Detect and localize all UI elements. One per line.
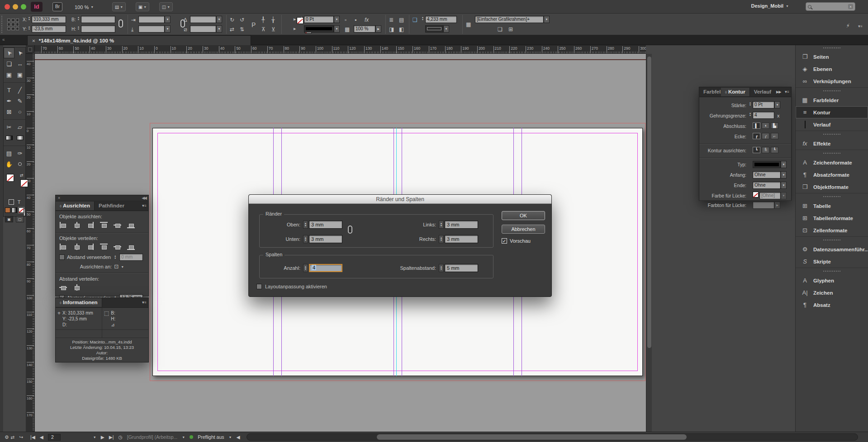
pencil-tool[interactable]: ✎: [14, 95, 25, 106]
dashed-effects-icon[interactable]: ▫: [345, 17, 346, 23]
dock-group-divider[interactable]: [796, 193, 868, 200]
horizontal-scrollbar-thumb[interactable]: [377, 434, 687, 440]
wrap-bounding-icon[interactable]: ▤: [399, 17, 404, 23]
scissors-tool[interactable]: ✂: [4, 122, 14, 132]
align-c-icon[interactable]: [73, 222, 81, 228]
stroke-weight-field[interactable]: 0 Pt: [304, 16, 334, 23]
rotate-ccw-icon[interactable]: ↺: [240, 17, 244, 23]
align-m-icon[interactable]: [114, 222, 121, 228]
link-margins-icon[interactable]: [348, 226, 352, 234]
note-tool[interactable]: ▤: [4, 148, 14, 159]
align-r-icon[interactable]: [86, 244, 94, 250]
align-t-icon[interactable]: [100, 244, 108, 250]
direct-selection-tool[interactable]: ➤: [14, 47, 25, 58]
align-l-icon[interactable]: [59, 244, 67, 250]
swap-fill-st roke-icon[interactable]: ⇄: [20, 173, 24, 178]
formatting-container-icon[interactable]: [9, 199, 14, 205]
x-field[interactable]: 310,333 mm: [32, 16, 66, 23]
next-page-icon[interactable]: ▶: [101, 434, 104, 440]
view-options-button[interactable]: ▤▼: [112, 2, 126, 11]
frame-tool[interactable]: ⊠: [4, 106, 14, 117]
align-stroke-outside-icon[interactable]: ┖: [771, 147, 778, 153]
abstand-field[interactable]: 0 mm: [119, 254, 143, 261]
dock-item-skripte[interactable]: SSkripte: [796, 255, 868, 268]
dock-item-seiten[interactable]: ❐Seiten: [796, 51, 868, 63]
selection-tool[interactable]: ➤: [4, 47, 14, 58]
wrap-none-icon[interactable]: ≣: [389, 17, 394, 23]
constrain-proportions-icon[interactable]: [119, 19, 123, 28]
apply-gradient-icon[interactable]: [12, 207, 17, 213]
dock-item-zeichenformate[interactable]: AZeichenformate: [796, 156, 868, 169]
export-icon[interactable]: ↪: [19, 434, 23, 440]
unten-field[interactable]: 3 mm: [309, 235, 342, 243]
gap-tool[interactable]: ↔: [14, 58, 25, 69]
shear-angle-field[interactable]: [190, 25, 216, 33]
transparency-icon[interactable]: ▩: [345, 26, 350, 33]
fill-flyout-icon[interactable]: ▶: [294, 27, 296, 31]
flip-horizontal-icon[interactable]: ⇄: [230, 26, 234, 33]
object-effects-icon[interactable]: ▪: [355, 17, 356, 23]
fx-icon[interactable]: fx: [365, 17, 369, 23]
page-setup-icon[interactable]: ⚙: [5, 434, 9, 440]
dock-item-verlauf[interactable]: Verlauf: [796, 118, 868, 131]
style-clear-icon[interactable]: ⊞: [508, 26, 513, 33]
zoom-level-dropdown[interactable]: 100 %▼: [75, 3, 94, 11]
close-panel-icon[interactable]: ×: [58, 196, 60, 200]
dock-item-ebenen[interactable]: ◈Ebenen: [796, 63, 868, 75]
ellipse-tool[interactable]: ○: [14, 106, 25, 117]
align-c-icon[interactable]: [73, 244, 81, 250]
stroke-weight-field[interactable]: 0 Pt: [753, 101, 774, 108]
align-m-icon[interactable]: [114, 244, 121, 250]
align-to-icon[interactable]: ⊡: [114, 263, 119, 270]
height-field[interactable]: [81, 25, 115, 33]
cap-butt-icon[interactable]: ▌: [753, 122, 760, 129]
panel-menu-icon[interactable]: ▼≡: [784, 90, 791, 94]
default-fill-stroke-icon[interactable]: [24, 209, 25, 216]
style-override-icon[interactable]: ❏: [498, 26, 503, 33]
join-bevel-icon[interactable]: ⌐: [771, 133, 778, 139]
zoom-window-button[interactable]: [21, 4, 26, 9]
rechts-stepper[interactable]: ▲▼: [439, 235, 444, 243]
scale-x-field[interactable]: [138, 16, 165, 23]
horizontal-scrollbar[interactable]: [247, 433, 858, 441]
close-tab-icon[interactable]: ×: [32, 38, 35, 43]
cap-round-icon[interactable]: ◖: [762, 122, 769, 129]
line-tool[interactable]: ╱: [14, 85, 25, 95]
pen-tool[interactable]: ✒: [4, 95, 14, 106]
content-placer-tool[interactable]: ▣: [14, 69, 25, 80]
close-window-button[interactable]: [5, 4, 10, 9]
type-tool[interactable]: T: [4, 85, 14, 95]
align-stroke-center-icon[interactable]: ┗: [753, 147, 760, 153]
fill-proxy-swatch[interactable]: [20, 179, 28, 187]
zoom-tool[interactable]: [14, 159, 25, 169]
reference-point-proxy[interactable]: [7, 19, 19, 30]
align-stroke-inside-icon[interactable]: ╚: [762, 147, 769, 153]
wrap-shape-icon[interactable]: ◨: [389, 26, 394, 33]
clear-search-icon[interactable]: x: [848, 4, 853, 9]
dock-item-glyphen[interactable]: AGlyphen: [796, 274, 868, 287]
dock-group-divider[interactable]: [796, 268, 868, 274]
bridge-button[interactable]: Br: [52, 2, 62, 11]
preflight-clock-icon[interactable]: ◷: [119, 434, 123, 440]
hand-tool[interactable]: ✋: [4, 159, 14, 169]
select-container-icon[interactable]: P: [251, 21, 256, 28]
start-dropdown[interactable]: Ohne: [753, 171, 781, 179]
formatting-text-icon[interactable]: T: [18, 199, 21, 205]
gradient-feather-tool[interactable]: [14, 132, 25, 143]
page-list-icon[interactable]: ▼: [93, 436, 96, 439]
tab-scroll-left-icon[interactable]: «: [2, 37, 5, 42]
stroke-proxy-swatch[interactable]: [6, 174, 14, 182]
quick-apply-icon[interactable]: ⚡: [846, 23, 850, 29]
normal-view-button[interactable]: ▣: [5, 216, 13, 222]
panel-menu-icon[interactable]: ▼≡: [857, 24, 864, 28]
screen-mode-button[interactable]: ▣▼: [136, 2, 149, 11]
oben-stepper[interactable]: ▲▼: [303, 221, 308, 229]
corner-shape-dropdown[interactable]: [425, 25, 443, 33]
ok-button[interactable]: OK: [502, 211, 545, 220]
vertical-ruler[interactable]: 4030201001020304050607080901001101201301…: [26, 54, 35, 432]
corner-options-icon[interactable]: ❑: [413, 17, 417, 23]
corner-size-field[interactable]: 4,233 mm: [425, 16, 457, 23]
spaltenabstand-stepper[interactable]: ▲▼: [439, 264, 444, 272]
tab-pathfinder[interactable]: Pathfinder: [95, 202, 128, 210]
links-field[interactable]: 3 mm: [445, 221, 478, 229]
